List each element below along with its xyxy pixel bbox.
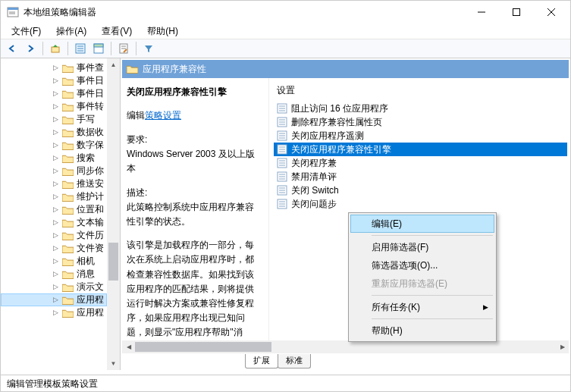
svg-rect-5	[513, 9, 520, 16]
expand-icon[interactable]: ▷	[52, 142, 59, 149]
expand-icon[interactable]: ▷	[52, 258, 59, 265]
expand-icon[interactable]: ▷	[52, 193, 59, 200]
expand-icon[interactable]: ▷	[52, 284, 59, 290]
filter-button[interactable]	[140, 40, 157, 57]
menu-file[interactable]: 文件(F)	[5, 24, 47, 39]
tree-item[interactable]: ▷维护计	[1, 190, 107, 203]
tree-item[interactable]: ▷手写	[1, 113, 107, 126]
scroll-thumb[interactable]	[135, 342, 271, 352]
expand-icon[interactable]: ▷	[52, 206, 59, 213]
expand-icon[interactable]: ▷	[52, 245, 59, 252]
tree-item-label: 数字保	[77, 139, 104, 152]
tree-item[interactable]: ▷数据收	[1, 126, 107, 139]
body: ▷事件查▷事件日▷事件日▷事件转▷手写▷数据收▷数字保▷搜索▷同步你▷推送安▷维…	[1, 58, 570, 370]
tree-item[interactable]: ▷文件历	[1, 229, 107, 242]
minimize-button[interactable]	[464, 1, 499, 24]
expand-icon[interactable]: ▷	[52, 90, 59, 97]
menu-view[interactable]: 查看(V)	[96, 24, 138, 39]
detail-view-button[interactable]	[90, 40, 107, 57]
main-horizontal-scrollbar[interactable]: ◀ ▶	[122, 340, 569, 353]
tree-item[interactable]: ▷数字保	[1, 139, 107, 152]
settings-list[interactable]: 阻止访问 16 位应用程序删除程序兼容性属性页关闭应用程序遥测关闭应用程序兼容性…	[274, 102, 567, 211]
tree-item[interactable]: ▷事件日	[1, 74, 107, 87]
expand-icon[interactable]: ▷	[52, 116, 59, 123]
expand-icon[interactable]: ▷	[52, 180, 59, 187]
setting-row[interactable]: 关闭 Switch	[274, 183, 567, 197]
desc-p1: 此策略控制系统中应用程序兼容性引擎的状态。	[127, 202, 254, 227]
scroll-left-icon[interactable]: ◀	[122, 343, 135, 350]
setting-label: 禁用清单评	[291, 171, 337, 183]
tree-item[interactable]: ▷事件日	[1, 87, 107, 100]
scroll-thumb[interactable]	[108, 243, 118, 281]
folder-icon	[62, 141, 74, 150]
menu-help[interactable]: 帮助(H)	[141, 24, 184, 39]
expand-icon[interactable]: ▷	[52, 155, 59, 162]
setting-row[interactable]: 关闭问题步	[274, 197, 567, 211]
toolbar-sep	[42, 42, 43, 55]
tab-standard[interactable]: 标准	[278, 354, 311, 368]
edit-link[interactable]: 策略设置	[145, 110, 181, 121]
tree-item[interactable]: ▷文本输	[1, 216, 107, 229]
ctx-filter-options[interactable]: 筛选器选项(O)...	[350, 256, 494, 274]
setting-icon	[277, 117, 287, 127]
sidebar-scrollbar[interactable]: ▲ ▼	[107, 58, 120, 370]
expand-icon[interactable]: ▷	[52, 309, 59, 316]
detail-title: 关闭应用程序兼容性引擎	[127, 86, 259, 99]
tree-item[interactable]: ▷位置和	[1, 203, 107, 216]
tree-item[interactable]: ▷演示文	[1, 281, 107, 293]
folder-icon	[62, 270, 74, 279]
back-button[interactable]	[4, 40, 20, 57]
ctx-enable-filter[interactable]: 启用筛选器(F)	[350, 238, 494, 256]
column-header-setting[interactable]: 设置	[274, 83, 567, 99]
tree-item[interactable]: ▷应用程	[1, 293, 107, 306]
folder-icon	[62, 218, 74, 227]
properties-button[interactable]	[115, 40, 132, 57]
tab-extended[interactable]: 扩展	[245, 354, 278, 368]
expand-icon[interactable]: ▷	[52, 64, 59, 71]
tree-item-label: 位置和	[77, 203, 104, 216]
tree-item[interactable]: ▷搜索	[1, 152, 107, 165]
tree-item[interactable]: ▷文件资	[1, 242, 107, 255]
scroll-down-icon[interactable]: ▼	[107, 357, 120, 370]
expand-icon[interactable]: ▷	[52, 168, 59, 174]
tree-item[interactable]: ▷相机	[1, 255, 107, 268]
list-view-button[interactable]	[72, 40, 89, 57]
scroll-right-icon[interactable]: ▶	[556, 343, 569, 350]
ctx-all-tasks[interactable]: 所有任务(K)▶	[350, 298, 494, 316]
expand-icon[interactable]: ▷	[52, 296, 59, 303]
scroll-up-icon[interactable]: ▲	[107, 58, 120, 71]
setting-row[interactable]: 关闭应用程序兼容性引擎	[274, 143, 567, 156]
ctx-edit[interactable]: 编辑(E)	[350, 215, 494, 233]
tree-item[interactable]: ▷消息	[1, 268, 107, 281]
close-button[interactable]	[534, 1, 569, 24]
tree-item[interactable]: ▷事件转	[1, 100, 107, 113]
ctx-sep	[372, 295, 493, 296]
expand-icon[interactable]: ▷	[52, 77, 59, 84]
folder-icon	[127, 64, 138, 74]
setting-label: 关闭问题步	[291, 198, 337, 211]
expand-icon[interactable]: ▷	[52, 271, 59, 278]
tree-item[interactable]: ▷应用程	[1, 306, 107, 319]
expand-icon[interactable]: ▷	[52, 129, 59, 136]
setting-row[interactable]: 关闭程序兼	[274, 156, 567, 170]
ctx-help[interactable]: 帮助(H)	[350, 321, 494, 340]
expand-icon[interactable]: ▷	[52, 103, 59, 110]
expand-icon[interactable]: ▷	[52, 232, 59, 239]
up-button[interactable]	[47, 40, 64, 57]
setting-row[interactable]: 关闭应用程序遥测	[274, 129, 567, 143]
toolbar-sep	[136, 42, 136, 55]
tree-item[interactable]: ▷事件查	[1, 61, 107, 74]
forward-button[interactable]	[22, 40, 39, 57]
expand-icon[interactable]: ▷	[52, 219, 59, 226]
menu-action[interactable]: 操作(A)	[50, 24, 93, 39]
setting-icon	[277, 185, 287, 196]
tree-item[interactable]: ▷同步你	[1, 165, 107, 177]
maximize-button[interactable]	[499, 1, 534, 24]
setting-row[interactable]: 阻止访问 16 位应用程序	[274, 102, 567, 115]
setting-row[interactable]: 删除程序兼容性属性页	[274, 115, 567, 129]
tree-item[interactable]: ▷推送安	[1, 177, 107, 190]
tree[interactable]: ▷事件查▷事件日▷事件日▷事件转▷手写▷数据收▷数字保▷搜索▷同步你▷推送安▷维…	[1, 58, 107, 370]
tree-item-label: 同步你	[77, 165, 104, 177]
titlebar: 本地组策略编辑器	[1, 1, 570, 24]
setting-row[interactable]: 禁用清单评	[274, 170, 567, 183]
